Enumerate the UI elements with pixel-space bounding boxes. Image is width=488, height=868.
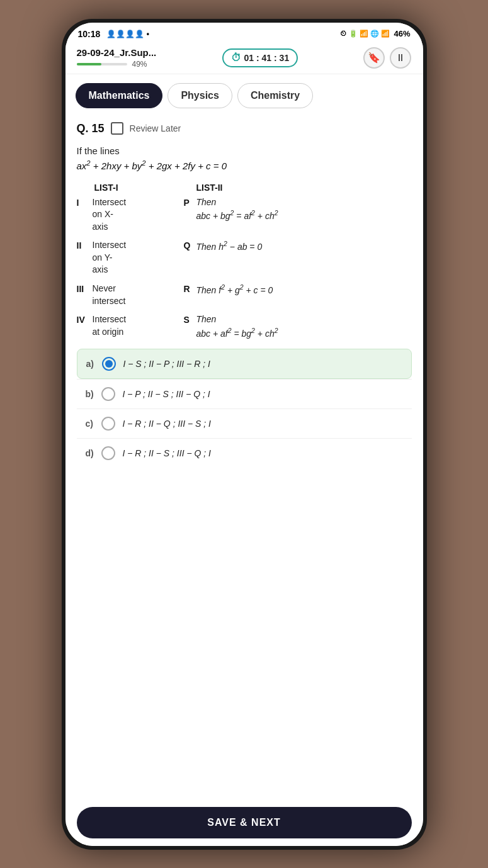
pause-button[interactable]: ⏸ (390, 47, 411, 69)
status-misc-icons: ⏲ 🔋 📶 🌐 📶 (340, 30, 390, 38)
tab-chemistry[interactable]: Chemistry (237, 83, 313, 108)
question-area: Q. 15 Review Later If the lines ax2 + 2h… (65, 115, 423, 799)
tab-physics-label: Physics (181, 90, 218, 101)
progress-percent: 49% (132, 60, 147, 69)
list-text-iii: Neverintersect (93, 283, 184, 307)
timer-value: 01 : 41 : 31 (244, 53, 290, 63)
tab-mathematics-label: Mathematics (89, 90, 150, 101)
status-icons: 👤👤👤👤 • (106, 30, 149, 38)
answer-options: a) I − S ; II − P ; III − R ; I b) I − P… (77, 349, 412, 468)
option-b-radio (101, 387, 115, 401)
list-i-header: LIST-I (77, 183, 190, 193)
option-d-radio (101, 446, 115, 460)
header-actions: 🔖 ⏸ (363, 47, 411, 69)
list-ii-header: LIST-II (190, 183, 412, 193)
list-formula-s: Thenabc + af2 = bg2 + ch2 (196, 313, 412, 340)
list-letter-q: Q (184, 239, 196, 251)
option-b-label: b) (86, 389, 101, 399)
list-letter-s: S (184, 313, 196, 325)
battery-percent: 46% (394, 29, 410, 38)
status-right: ⏲ 🔋 📶 🌐 📶 46% (340, 29, 410, 38)
tab-physics[interactable]: Physics (167, 83, 232, 108)
question-header: Q. 15 Review Later (77, 122, 412, 135)
list-letter-p: P (184, 196, 196, 208)
list-table: LIST-I LIST-II I Intersecton X-axis P Th… (77, 183, 412, 341)
list-formula-q: Then h2 − ab = 0 (196, 239, 412, 253)
list-text-ii: Intersecton Y-axis (93, 239, 184, 276)
timer-icon: ⏱ (231, 52, 241, 64)
header-bar: 29-09-24_Jr.Sup... 49% ⏱ 01 : 41 : 31 🔖 … (65, 42, 423, 74)
progress-bar-fill (77, 63, 101, 65)
review-later-checkbox[interactable] (111, 122, 123, 135)
bookmark-button[interactable]: 🔖 (363, 47, 385, 69)
status-left: 10:18 👤👤👤👤 • (78, 29, 149, 39)
option-c-label: c) (86, 419, 101, 429)
option-a-text: I − S ; II − P ; III − R ; I (123, 359, 210, 369)
subject-tabs: Mathematics Physics Chemistry (65, 74, 423, 115)
question-text: If the lines ax2 + 2hxy + by2 + 2gx + 2f… (77, 144, 412, 174)
list-formula-r: Then f2 + g2 + c = 0 (196, 283, 412, 296)
status-bar: 10:18 👤👤👤👤 • ⏲ 🔋 📶 🌐 📶 46% (65, 23, 423, 42)
option-b-text: I − P ; II − S ; III − Q ; I (123, 389, 210, 399)
option-a[interactable]: a) I − S ; II − P ; III − R ; I (77, 349, 412, 379)
option-a-radio-fill (105, 360, 113, 368)
list-roman-ii: II (77, 239, 93, 251)
list-text-iv: Intersectat origin (93, 313, 184, 338)
timer-badge: ⏱ 01 : 41 : 31 (222, 48, 298, 67)
option-c-radio (101, 417, 115, 431)
status-time: 10:18 (78, 29, 101, 39)
option-d-text: I − R ; II − S ; III − Q ; I (123, 448, 211, 458)
pause-icon: ⏸ (395, 52, 406, 64)
option-b[interactable]: b) I − P ; II − S ; III − Q ; I (77, 379, 412, 409)
list-letter-r: R (184, 283, 196, 294)
list-row-iii-r: III Neverintersect R Then f2 + g2 + c = … (77, 283, 412, 307)
exam-title: 29-09-24_Jr.Sup... (77, 47, 157, 58)
option-d[interactable]: d) I − R ; II − S ; III − Q ; I (77, 438, 412, 468)
list-headers: LIST-I LIST-II (77, 183, 412, 193)
progress-row: 49% (77, 60, 157, 69)
list-roman-iv: IV (77, 313, 93, 325)
list-row-i-p: I Intersecton X-axis P Thenabc + bg2 = a… (77, 196, 412, 234)
option-c[interactable]: c) I − R ; II − Q ; III − S ; I (77, 409, 412, 438)
save-btn-container: SAVE & NEXT (65, 799, 423, 846)
progress-bar-container (77, 63, 127, 65)
question-equation: ax2 + 2hxy + by2 + 2gx + 2fy + c = 0 (77, 161, 227, 171)
list-row-ii-q: II Intersecton Y-axis Q Then h2 − ab = 0 (77, 239, 412, 276)
tab-mathematics[interactable]: Mathematics (76, 83, 163, 108)
list-text-i: Intersecton X-axis (93, 196, 184, 234)
question-number: Q. 15 (77, 122, 105, 135)
review-later-label: Review Later (130, 123, 181, 133)
option-a-label: a) (86, 359, 102, 369)
save-next-button[interactable]: SAVE & NEXT (77, 807, 412, 838)
phone-frame: 10:18 👤👤👤👤 • ⏲ 🔋 📶 🌐 📶 46% 29-09-24_Jr.S… (62, 19, 427, 850)
list-row-iv-s: IV Intersectat origin S Thenabc + af2 = … (77, 313, 412, 340)
question-intro: If the lines (77, 145, 120, 156)
option-a-radio (102, 357, 116, 371)
list-roman-i: I (77, 196, 93, 208)
list-roman-iii: III (77, 283, 93, 294)
bookmark-icon: 🔖 (368, 52, 380, 64)
phone-screen: 10:18 👤👤👤👤 • ⏲ 🔋 📶 🌐 📶 46% 29-09-24_Jr.S… (65, 23, 423, 846)
header-left: 29-09-24_Jr.Sup... 49% (77, 47, 157, 69)
list-formula-p: Thenabc + bg2 = af2 + ch2 (196, 196, 412, 223)
option-c-text: I − R ; II − Q ; III − S ; I (123, 419, 211, 429)
tab-chemistry-label: Chemistry (251, 90, 300, 101)
option-d-label: d) (86, 448, 101, 458)
